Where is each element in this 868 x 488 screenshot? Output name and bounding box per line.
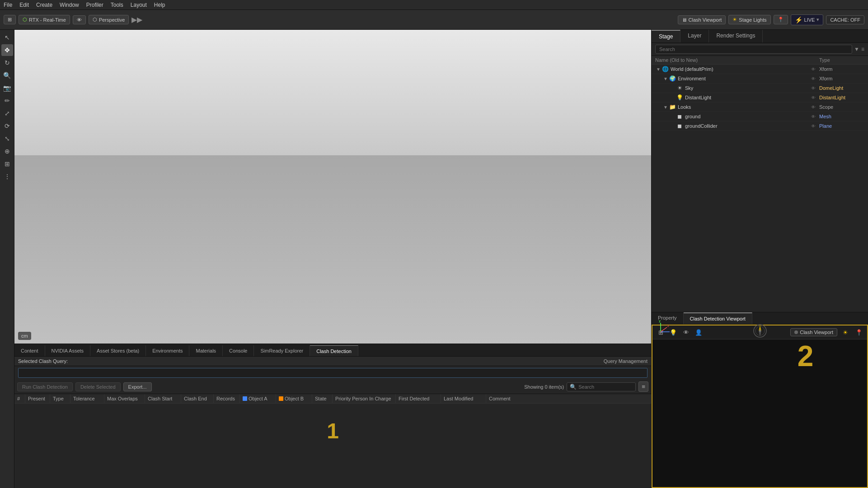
tree-node-icon: 💡 [676, 94, 683, 101]
bottom-tab-nvidia-assets[interactable]: NVIDIA Assets [45, 345, 91, 356]
menu-item-layout[interactable]: Layout [131, 2, 147, 8]
clash-detection-viewport-tab[interactable]: Clash Detection Viewport [684, 312, 752, 324]
stage-search-input[interactable] [655, 45, 852, 54]
viewport-icon: 🖥 [682, 17, 687, 23]
stage-tab-render-settings[interactable]: Render Settings [709, 30, 763, 42]
menu-item-profiler[interactable]: Profiler [86, 2, 103, 8]
menu-item-help[interactable]: Help [154, 2, 165, 8]
empty-area-number: 1 [327, 418, 339, 443]
paint-tool[interactable]: ✏ [1, 95, 13, 107]
bottom-tab-asset-stores-(beta)[interactable]: Asset Stores (beta) [90, 345, 146, 356]
svg-point-4 [759, 330, 761, 332]
snap-tool[interactable]: ⊕ [1, 145, 13, 157]
menu-item-edit[interactable]: Edit [19, 2, 29, 8]
bottom-tab-environments[interactable]: Environments [146, 345, 189, 356]
bottom-tab-clash-detection[interactable]: Clash Detection [310, 345, 358, 356]
move-tool[interactable]: ✥ [1, 44, 13, 56]
tree-name-col-header: Name (Old to New) [655, 57, 819, 63]
stage-tree: ▼ 🌐 World (defaultPrim) 👁 Xform ▼ 🌍 Envi… [652, 65, 868, 312]
tree-expand-icon[interactable]: ▼ [662, 104, 669, 110]
grid-icon: ⊞ [8, 17, 12, 23]
showing-count-label: Showing 0 item(s) [524, 384, 564, 390]
tree-visibility-icon[interactable]: 👁 [811, 67, 816, 72]
tools-button[interactable]: ⊞ [4, 15, 16, 24]
tree-node-type: Mesh [819, 114, 864, 119]
filter-icon[interactable]: ▼ [854, 46, 859, 52]
eye-button[interactable]: 👁 [73, 15, 86, 24]
tree-item[interactable]: ◼ groundCollider 👁 Plane [652, 121, 868, 131]
query-management-button[interactable]: Query Management [604, 358, 647, 364]
live-badge[interactable]: ⚡ LIVE ▾ [791, 14, 824, 25]
rtx-icon: ⬡ [23, 17, 27, 23]
options-icon[interactable]: ≡ [861, 46, 864, 52]
rtx-button[interactable]: ⬡ RTX - Real-Time [19, 15, 70, 24]
col-clashstart-header: Clash Start [145, 394, 181, 403]
bottom-tab-content[interactable]: Content [14, 345, 45, 356]
col-maxoverlaps-header: Max Overlaps [104, 394, 145, 403]
menu-item-tools[interactable]: Tools [111, 2, 123, 8]
camera-tool[interactable]: 📷 [1, 82, 13, 94]
clash-query-selector[interactable] [18, 368, 647, 378]
tree-node-type: DomeLight [819, 85, 864, 91]
3d-viewport[interactable]: cm [14, 30, 651, 344]
clash-search-input[interactable] [578, 384, 633, 390]
export-button[interactable]: Export... [123, 382, 152, 391]
col-tolerance-header: Tolerance [70, 394, 104, 403]
orbit-tool[interactable]: ↻ [1, 57, 13, 69]
tree-visibility-icon[interactable]: 👁 [811, 105, 816, 110]
tree-item[interactable]: ▼ 🌍 Environment 👁 Xform [652, 74, 868, 84]
tree-node-type: Xform [819, 76, 864, 81]
tree-visibility-icon[interactable]: 👁 [811, 114, 816, 119]
tree-item[interactable]: ▼ 📁 Looks 👁 Scope [652, 102, 868, 112]
tree-expand-icon[interactable]: ▼ [662, 75, 669, 82]
menu-item-file[interactable]: File [4, 2, 12, 8]
clash-detection-panel: Selected Clash Query: Query Management R… [14, 357, 651, 488]
menu-item-window[interactable]: Window [60, 2, 79, 8]
cv-pin-tool[interactable]: 📍 [854, 327, 864, 338]
tree-item[interactable]: ▼ 🌐 World (defaultPrim) 👁 Xform [652, 65, 868, 74]
scale-tool[interactable]: ⤡ [1, 133, 13, 144]
tree-item[interactable]: ◼ ground 👁 Mesh [652, 112, 868, 121]
delete-selected-button[interactable]: Delete Selected [75, 382, 121, 391]
run-clash-detection-button[interactable]: Run Clash Detection [17, 382, 73, 391]
cv-eye-tool[interactable]: 👁 [680, 327, 691, 338]
col-obja-header: Object A [240, 394, 276, 403]
stage-lights-button[interactable]: ☀ Stage Lights [728, 15, 770, 24]
stage-tab-layer[interactable]: Layer [680, 30, 709, 42]
tree-visibility-icon[interactable]: 👁 [811, 86, 816, 91]
eye-icon: 👁 [77, 17, 82, 23]
bottom-tab-materials[interactable]: Materials [189, 345, 223, 356]
menu-item-create[interactable]: Create [36, 2, 52, 8]
cv-person-tool[interactable]: 👤 [693, 327, 704, 338]
tree-expand-icon[interactable]: ▼ [655, 66, 662, 72]
tree-visibility-icon[interactable]: 👁 [811, 95, 816, 100]
clash-viewport-label: Clash Viewport [689, 17, 722, 23]
tree-visibility-icon[interactable]: 👁 [811, 124, 816, 129]
measure-tool[interactable]: ⊞ [1, 158, 13, 170]
toolbar-right: 🖥 Clash Viewport ☀ Stage Lights 📍 ⚡ LIVE… [678, 14, 864, 25]
location-button[interactable]: 📍 [774, 15, 788, 24]
zoom-tool[interactable]: 🔍 [1, 70, 13, 81]
empty-table-area: 1 [14, 404, 651, 458]
col-comment-header: Comment [486, 394, 651, 403]
bottom-tab-simready-explorer[interactable]: SimReady Explorer [254, 345, 310, 356]
filter-tool[interactable]: ⋮ [1, 171, 13, 182]
col-present-header: Present [25, 394, 50, 403]
cv-viewport-number: 2 [798, 339, 814, 373]
tree-item[interactable]: 💡 DistantLight 👁 DistantLight [652, 93, 868, 102]
tree-item[interactable]: ☀ Sky 👁 DomeLight [652, 84, 868, 93]
tree-node-icon: ◼ [676, 113, 683, 120]
clash-viewport-button[interactable]: 🖥 Clash Viewport [678, 15, 726, 24]
panel-options-button[interactable]: ≡ [638, 381, 648, 392]
clash-toolbar: Run Clash Detection Delete Selected Expo… [14, 380, 651, 394]
select-tool[interactable]: ↖ [1, 32, 13, 43]
move-arrows-tool[interactable]: ⤢ [1, 107, 13, 119]
table-header: # Present Type Tolerance Max Overlaps Cl… [14, 394, 651, 404]
cv-sun-tool[interactable]: ☀ [840, 327, 851, 338]
tree-visibility-icon[interactable]: 👁 [811, 76, 816, 81]
perspective-button[interactable]: ⬡ Perspective [89, 15, 129, 24]
stage-tab-stage[interactable]: Stage [652, 30, 680, 42]
cv-viewport-selector[interactable]: Clash Viewport [790, 328, 837, 336]
bottom-tab-console[interactable]: Console [223, 345, 254, 356]
rotate-tool[interactable]: ⟳ [1, 120, 13, 132]
